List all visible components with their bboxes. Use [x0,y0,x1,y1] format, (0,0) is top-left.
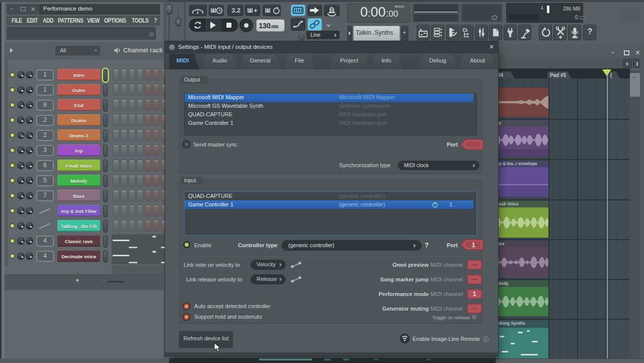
svg-text:1: 1 [471,241,475,249]
